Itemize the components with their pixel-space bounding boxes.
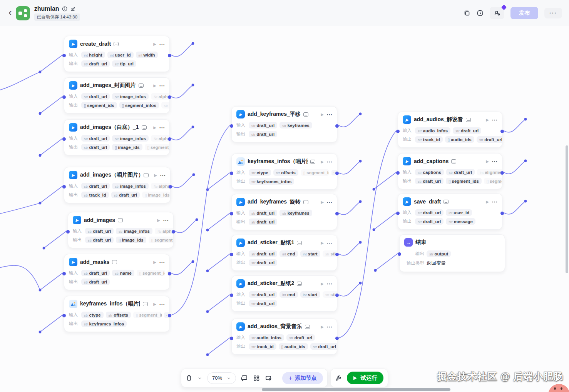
input-port[interactable] bbox=[62, 95, 66, 99]
input-port[interactable] bbox=[230, 124, 233, 128]
vertical-scrollbar[interactable] bbox=[566, 145, 568, 273]
input-port[interactable] bbox=[230, 337, 233, 340]
node-more-icon[interactable]: ⋯ bbox=[160, 172, 166, 178]
node-add_keyframes_pingyi[interactable]: ▶add_keyframes_平移▶⋯输入strdraft_urlstrkeyf… bbox=[231, 106, 337, 142]
output-port[interactable] bbox=[335, 294, 339, 297]
output-port[interactable] bbox=[335, 212, 339, 215]
node-more-icon[interactable]: ⋯ bbox=[326, 281, 332, 287]
input-port[interactable] bbox=[230, 294, 233, 297]
input-port[interactable] bbox=[62, 137, 66, 141]
node-more-icon[interactable]: ⋯ bbox=[163, 217, 169, 223]
node-run-icon[interactable]: ▶ bbox=[321, 241, 324, 245]
node-more-icon[interactable]: ⋯ bbox=[159, 125, 165, 130]
node-run-icon[interactable]: ▶ bbox=[321, 325, 324, 329]
output-port[interactable] bbox=[168, 95, 171, 99]
select-box-icon[interactable] bbox=[265, 375, 272, 382]
output-port[interactable] bbox=[172, 230, 175, 234]
input-port[interactable] bbox=[396, 212, 400, 215]
node-more-icon[interactable]: ⋯ bbox=[159, 41, 165, 47]
more-button[interactable]: ··· bbox=[544, 8, 562, 18]
output-port[interactable] bbox=[168, 54, 171, 57]
node-run-icon[interactable]: ▶ bbox=[157, 218, 160, 222]
node-keyframes_infos_2[interactable]: keyframes_infos（唱片图片…▶⋯输入strctypestroffs… bbox=[231, 153, 337, 190]
input-port[interactable] bbox=[230, 172, 233, 175]
node-create_draft[interactable]: ▶create_draft▶⋯输入intheightintuser_idintw… bbox=[64, 36, 170, 72]
output-port[interactable] bbox=[500, 212, 504, 215]
input-port[interactable] bbox=[230, 212, 233, 215]
publish-button[interactable]: 发布 bbox=[510, 7, 538, 19]
node-run-icon[interactable]: ▶ bbox=[153, 83, 156, 88]
node-more-icon[interactable]: ⋯ bbox=[326, 324, 332, 330]
node-run-icon[interactable]: ▶ bbox=[321, 200, 324, 204]
node-save_draft[interactable]: ▶save_draft▶⋯输入strdraft_urlintuser_id输出s… bbox=[398, 193, 502, 230]
duplicate-icon[interactable] bbox=[464, 10, 470, 17]
node-more-icon[interactable]: ⋯ bbox=[326, 240, 332, 246]
node-run-icon[interactable]: ▶ bbox=[486, 159, 489, 163]
output-port[interactable] bbox=[168, 272, 171, 275]
input-port[interactable] bbox=[62, 185, 66, 188]
input-port[interactable] bbox=[62, 272, 66, 275]
input-port[interactable] bbox=[62, 54, 66, 57]
node-more-icon[interactable]: ⋯ bbox=[326, 199, 332, 205]
output-port[interactable] bbox=[168, 314, 171, 317]
node-add_audios_jieshuo[interactable]: ▶add_audios_解说音▶⋯输入straudio_infosstrdraf… bbox=[398, 112, 502, 148]
test-run-button[interactable]: 试运行 bbox=[347, 372, 383, 384]
node-end[interactable]: →结束输出stroutput输出类型返回变量 bbox=[399, 234, 505, 272]
node-add_keyframes_xuanzhuan[interactable]: ▶add_keyframes_旋转▶⋯输入strdraft_urlstrkeyf… bbox=[231, 194, 337, 230]
node-add_images_changpian[interactable]: ▶add_images（唱片图片）▶⋯输入strdraft_urlstrimag… bbox=[64, 167, 171, 203]
node-more-icon[interactable]: ⋯ bbox=[326, 112, 332, 117]
output-port[interactable] bbox=[335, 337, 339, 340]
input-port[interactable] bbox=[66, 230, 70, 234]
input-port[interactable] bbox=[396, 130, 400, 133]
output-port[interactable] bbox=[335, 253, 339, 256]
node-run-icon[interactable]: ▶ bbox=[321, 282, 324, 286]
output-port[interactable] bbox=[169, 185, 172, 188]
node-keyframes_infos_1[interactable]: keyframes_infos（唱片图片…▶⋯输入strctypestroffs… bbox=[64, 296, 170, 332]
node-add_images_baidi_1[interactable]: ▶add_images（白底）_1▶⋯输入strdraft_urlstrimag… bbox=[64, 119, 170, 155]
node-run-icon[interactable]: ▶ bbox=[153, 42, 156, 46]
node-add_images_fengmian[interactable]: ▶add_images_封面图片▶⋯输入strdraft_urlstrimage… bbox=[64, 77, 170, 113]
add-node-button[interactable]: +添加节点 bbox=[282, 372, 323, 384]
output-port[interactable] bbox=[335, 124, 339, 128]
node-add_captions[interactable]: ▶add_captions▶⋯输入strcaptionsstrdraft_url… bbox=[398, 153, 502, 189]
node-add_sticker_tiezhi2[interactable]: ▶add_sticker_贴纸2▶⋯输入strdraft_urlintendin… bbox=[231, 275, 337, 312]
node-run-icon[interactable]: ▶ bbox=[321, 160, 324, 164]
node-run-icon[interactable]: ▶ bbox=[486, 118, 489, 122]
node-more-icon[interactable]: ⋯ bbox=[492, 158, 497, 164]
node-run-icon[interactable]: ▶ bbox=[153, 260, 156, 264]
node-run-icon[interactable]: ▶ bbox=[321, 112, 324, 117]
zoom-select[interactable]: 70% bbox=[207, 372, 236, 384]
node-more-icon[interactable]: ⋯ bbox=[326, 159, 332, 165]
layout-icon[interactable] bbox=[253, 375, 260, 382]
node-more-icon[interactable]: ⋯ bbox=[159, 83, 165, 88]
node-run-icon[interactable]: ▶ bbox=[154, 173, 157, 177]
edit-icon[interactable] bbox=[70, 6, 75, 12]
output-port[interactable] bbox=[500, 130, 504, 133]
node-more-icon[interactable]: ⋯ bbox=[492, 199, 497, 205]
node-add_images[interactable]: ▶add_images▶⋯输入strdraft_urlstrimage_info… bbox=[68, 212, 174, 248]
mouse-mode-chevron-icon[interactable] bbox=[197, 375, 202, 382]
node-add_masks[interactable]: ▶add_masks▶⋯输入strdraft_urlstrname[]segme… bbox=[64, 254, 170, 290]
node-more-icon[interactable]: ⋯ bbox=[159, 259, 165, 265]
node-more-icon[interactable]: ⋯ bbox=[492, 117, 497, 123]
node-run-icon[interactable]: ▶ bbox=[153, 125, 156, 130]
mouse-mode-icon[interactable] bbox=[186, 375, 192, 382]
output-port[interactable] bbox=[335, 172, 339, 175]
node-run-icon[interactable]: ▶ bbox=[153, 302, 156, 306]
input-port[interactable] bbox=[230, 253, 233, 256]
history-icon[interactable] bbox=[477, 10, 484, 17]
wrench-icon[interactable] bbox=[335, 375, 342, 382]
collaborate-button[interactable] bbox=[490, 7, 504, 19]
workflow-canvas[interactable]: ▶create_draft▶⋯输入intheightintuser_idintw… bbox=[0, 0, 569, 392]
node-run-icon[interactable]: ▶ bbox=[486, 200, 489, 204]
node-add_audios_beijing[interactable]: ▶add_audios_背景音乐▶⋯输入straudio_infosstrdra… bbox=[231, 319, 337, 355]
info-icon[interactable] bbox=[62, 6, 67, 12]
node-more-icon[interactable]: ⋯ bbox=[159, 301, 165, 307]
input-port[interactable] bbox=[62, 314, 66, 317]
horizontal-scrollbar[interactable] bbox=[262, 388, 450, 391]
output-port[interactable] bbox=[500, 171, 504, 175]
comment-icon[interactable] bbox=[241, 375, 248, 382]
node-add_sticker_tiezhi1[interactable]: ▶add_sticker_贴纸1▶⋯输入strdraft_urlintendin… bbox=[231, 235, 337, 271]
back-button[interactable]: ‹ bbox=[8, 7, 12, 17]
input-port[interactable] bbox=[396, 171, 400, 175]
